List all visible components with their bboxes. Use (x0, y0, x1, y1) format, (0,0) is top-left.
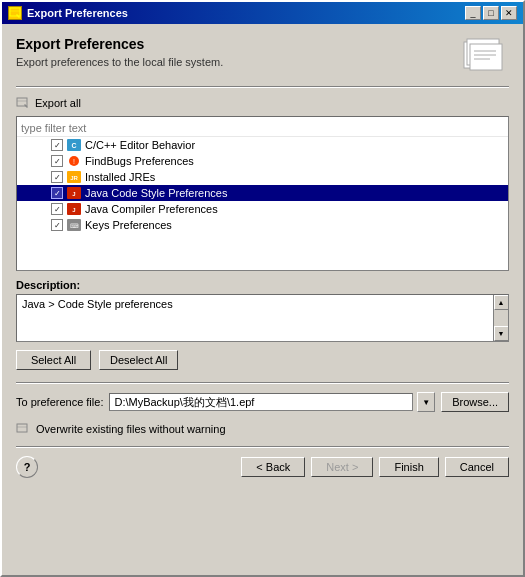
svg-rect-22 (17, 424, 27, 432)
item-icon-keys: ⌨ (66, 218, 82, 232)
svg-rect-4 (470, 44, 502, 70)
window-icon (8, 6, 22, 20)
overwrite-icon-small (16, 422, 30, 436)
page-subtitle: Export preferences to the local file sys… (16, 56, 459, 68)
svg-text:J: J (72, 207, 75, 213)
header-icon (459, 36, 509, 76)
file-row: To preference file: ▼ Browse... (16, 392, 509, 412)
main-window: Export Preferences _ □ ✕ Export Preferen… (0, 0, 525, 577)
item-checkbox[interactable]: ✓ (51, 139, 63, 151)
window-title: Export Preferences (27, 7, 128, 19)
overwrite-row: Overwrite existing files without warning (16, 422, 509, 436)
tree-scroll-area[interactable]: ✓ C C/C++ Editor Behavior ✓ ! FindBugs P… (17, 137, 508, 271)
item-label: FindBugs Preferences (85, 155, 194, 167)
next-button[interactable]: Next > (311, 457, 373, 477)
back-button[interactable]: < Back (241, 457, 305, 477)
deselect-all-button[interactable]: Deselect All (99, 350, 178, 370)
close-button[interactable]: ✕ (501, 6, 517, 20)
cancel-button[interactable]: Cancel (445, 457, 509, 477)
tree-item-keys[interactable]: ✓ ⌨ Keys Preferences (17, 217, 508, 233)
item-checkbox[interactable]: ✓ (51, 171, 63, 183)
page-title: Export Preferences (16, 36, 459, 52)
item-icon-jre: JR (66, 170, 82, 184)
svg-text:JR: JR (70, 175, 78, 181)
tree-item-javacodestyle[interactable]: ✓ J Java Code Style Preferences (17, 185, 508, 201)
mid-divider (16, 382, 509, 384)
file-dropdown-button[interactable]: ▼ (417, 392, 435, 412)
item-checkbox[interactable]: ✓ (51, 219, 63, 231)
description-section: Description: Java > Code Style preferenc… (16, 279, 509, 342)
overwrite-label: Overwrite existing files without warning (36, 423, 226, 435)
description-box: Java > Code Style preferences ▲ ▼ (16, 294, 509, 342)
item-icon-java: J (66, 186, 82, 200)
svg-text:C: C (71, 142, 76, 149)
header-section: Export Preferences Export preferences to… (16, 36, 509, 76)
item-label: Keys Preferences (85, 219, 172, 231)
description-scrollbar: ▲ ▼ (493, 295, 508, 341)
maximize-button[interactable]: □ (483, 6, 499, 20)
filter-input[interactable] (21, 122, 504, 134)
tree-item-jres[interactable]: ✓ JR Installed JREs (17, 169, 508, 185)
item-label: C/C++ Editor Behavior (85, 139, 195, 151)
expand-icon (37, 138, 51, 152)
svg-text:⌨: ⌨ (70, 223, 79, 229)
expand-icon (37, 218, 51, 232)
scroll-down-btn[interactable]: ▼ (494, 326, 509, 341)
export-all-label: Export all (35, 97, 81, 109)
svg-rect-0 (10, 8, 20, 16)
expand-icon (37, 154, 51, 168)
preferences-tree[interactable]: ✓ C C/C++ Editor Behavior ✓ ! FindBugs P… (16, 116, 509, 271)
svg-text:J: J (72, 191, 75, 197)
expand-icon (37, 202, 51, 216)
title-bar: Export Preferences _ □ ✕ (2, 2, 523, 24)
item-icon-java: J (66, 202, 82, 216)
file-label: To preference file: (16, 396, 103, 408)
minimize-button[interactable]: _ (465, 6, 481, 20)
footer-buttons: ? < Back Next > Finish Cancel (16, 456, 509, 478)
scroll-up-btn[interactable]: ▲ (494, 295, 509, 310)
svg-text:!: ! (73, 158, 75, 165)
bottom-divider (16, 446, 509, 448)
item-label: Java Code Style Preferences (85, 187, 227, 199)
item-checkbox[interactable]: ✓ (51, 203, 63, 215)
export-all-row: Export all (16, 96, 509, 110)
dialog-content: Export Preferences Export preferences to… (2, 24, 523, 575)
expand-icon (37, 186, 51, 200)
export-icon-small (16, 96, 30, 110)
description-label: Description: (16, 279, 509, 291)
tree-item-cpp[interactable]: ✓ C C/C++ Editor Behavior (17, 137, 508, 153)
item-icon-cpp: C (66, 138, 82, 152)
browse-button[interactable]: Browse... (441, 392, 509, 412)
header-divider (16, 86, 509, 88)
item-checkbox[interactable]: ✓ (51, 155, 63, 167)
file-path-input[interactable] (109, 393, 413, 411)
item-icon-bugs: ! (66, 154, 82, 168)
help-button[interactable]: ? (16, 456, 38, 478)
tree-item-javacompiler[interactable]: ✓ J Java Compiler Preferences (17, 201, 508, 217)
item-checkbox[interactable]: ✓ (51, 187, 63, 199)
finish-button[interactable]: Finish (379, 457, 438, 477)
item-label: Installed JREs (85, 171, 155, 183)
title-buttons: _ □ ✕ (465, 6, 517, 20)
item-label: Java Compiler Preferences (85, 203, 218, 215)
select-all-button[interactable]: Select All (16, 350, 91, 370)
tree-item-findbugs[interactable]: ✓ ! FindBugs Preferences (17, 153, 508, 169)
expand-icon (37, 170, 51, 184)
description-text: Java > Code Style preferences (22, 298, 173, 310)
select-buttons-row: Select All Deselect All (16, 350, 509, 370)
